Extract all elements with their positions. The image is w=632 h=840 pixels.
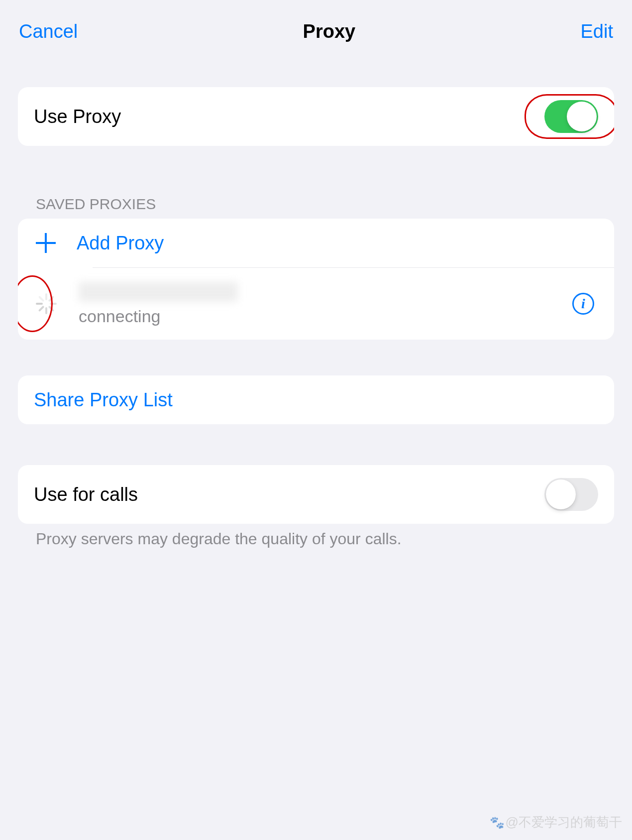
watermark: 🐾 @不爱学习的葡萄干 xyxy=(490,814,622,831)
share-proxy-list-label: Share Proxy List xyxy=(34,389,598,411)
use-proxy-label: Use Proxy xyxy=(34,106,544,127)
use-proxy-row: Use Proxy xyxy=(18,87,614,146)
edit-button[interactable]: Edit xyxy=(581,21,613,42)
proxy-status: connecting xyxy=(79,307,572,326)
loading-spinner-icon xyxy=(34,291,59,316)
cancel-button[interactable]: Cancel xyxy=(19,21,78,42)
use-proxy-toggle[interactable] xyxy=(544,100,598,133)
use-for-calls-toggle[interactable] xyxy=(544,478,598,511)
proxy-address-redacted xyxy=(79,282,238,302)
paw-icon: 🐾 xyxy=(490,816,505,830)
use-for-calls-label: Use for calls xyxy=(34,484,544,505)
add-proxy-label: Add Proxy xyxy=(77,233,598,254)
use-for-calls-footer: Proxy servers may degrade the quality of… xyxy=(18,524,614,548)
proxy-list-item[interactable]: connecting i xyxy=(18,268,614,340)
share-proxy-list-row[interactable]: Share Proxy List xyxy=(18,375,614,424)
info-icon[interactable]: i xyxy=(572,293,594,315)
saved-proxies-header: SAVED PROXIES xyxy=(18,161,614,219)
page-title: Proxy xyxy=(303,21,356,42)
use-for-calls-row: Use for calls xyxy=(18,465,614,524)
plus-icon xyxy=(36,233,56,253)
navigation-bar: Cancel Proxy Edit xyxy=(0,0,632,57)
add-proxy-row[interactable]: Add Proxy xyxy=(18,219,614,267)
